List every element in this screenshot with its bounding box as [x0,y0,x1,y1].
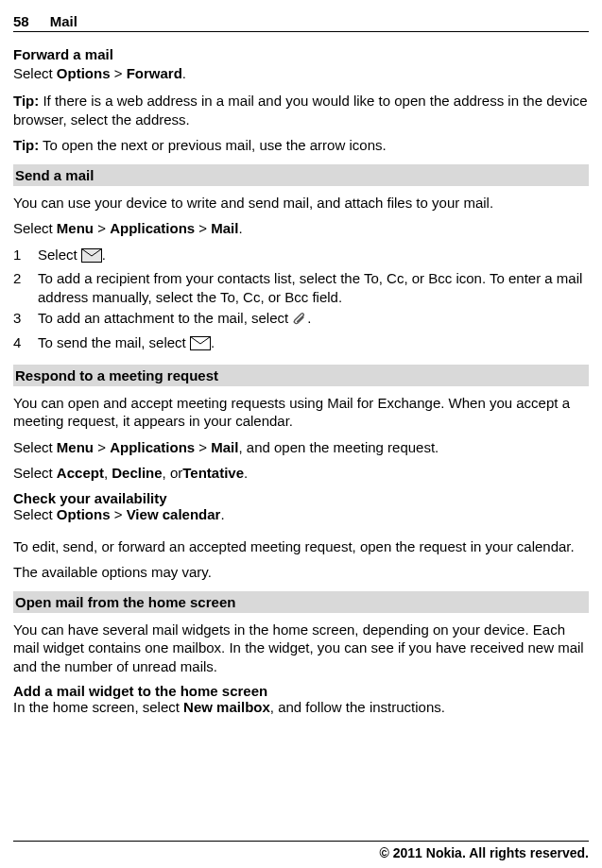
paperclip-icon [292,312,307,331]
mail-label: Mail [211,439,238,455]
text: Select [13,65,57,81]
tip-label: Tip: [13,93,39,109]
options-label: Options [57,65,111,81]
tip-text: If there is a web address in a mail and … [13,93,588,128]
separator: > [111,506,127,522]
decline-label: Decline [112,465,162,481]
respond-select-path: Select Menu > Applications > Mail, and o… [13,438,589,457]
separator: > [94,220,110,236]
respond-vary: The available options may vary. [13,563,589,582]
send-intro: You can use your device to write and sen… [13,194,589,213]
dot: . [238,220,242,236]
add-widget-heading: Add a mail widget to the home screen [13,683,589,699]
tip-label: Tip: [13,137,39,153]
accept-label: Accept [57,465,104,481]
header-title: Mail [50,13,77,29]
tip-arrow-icons: Tip: To open the next or previous mail, … [13,136,589,155]
view-calendar-label: View calendar [127,506,221,522]
text: Select [13,506,57,522]
respond-edit-para: To edit, send, or forward an accepted me… [13,537,589,556]
text: , and follow the instructions. [270,699,445,715]
check-availability: Check your availability Select Options >… [13,490,589,522]
step-row: 3 To add an attachment to the mail, sele… [13,309,589,331]
mail-label: Mail [211,220,238,236]
text: . [307,310,311,326]
text: , and open the meeting request. [238,439,439,455]
text: To send the mail, select [38,334,190,350]
options-label: Options [57,506,111,522]
add-widget: Add a mail widget to the home screen In … [13,683,589,715]
step-row: 2 To add a recipient from your contacts … [13,269,589,308]
page-number: 58 [13,13,29,29]
step-number: 2 [13,269,38,308]
menu-label: Menu [57,439,94,455]
send-envelope-icon [190,336,211,355]
send-steps: 1 Select . 2 To add a recipient from you… [13,246,589,355]
forward-section: Forward a mail Select Options > Forward. [13,45,589,82]
step-number: 1 [13,246,38,267]
separator: > [195,439,211,455]
respond-intro: You can open and accept meeting requests… [13,394,589,431]
send-select-path: Select Menu > Applications > Mail. [13,219,589,238]
separator: > [195,220,211,236]
step-number: 3 [13,309,38,331]
step-text: To add an attachment to the mail, select… [38,309,589,331]
forward-heading: Forward a mail [13,45,589,64]
text: , or [163,465,183,481]
text: Select [13,465,57,481]
text: In the home screen, select [13,699,183,715]
step-number: 4 [13,333,38,355]
applications-label: Applications [110,220,195,236]
step-row: 4 To send the mail, select . [13,333,589,355]
text: , [104,465,112,481]
tentative-label: Tentative [182,465,244,481]
home-intro: You can have several mail widgets in the… [13,621,589,676]
dot: . [244,465,248,481]
respond-select-action: Select Accept, Decline, orTentative. [13,464,589,483]
home-bar: Open mail from the home screen [13,591,589,613]
step-text: To send the mail, select . [38,333,589,355]
footer-copyright: © 2011 Nokia. All rights reserved. [13,841,589,860]
forward-instruction: Select Options > Forward. [13,64,589,83]
add-widget-instruction: In the home screen, select New mailbox, … [13,699,589,715]
text: . [211,334,215,350]
page: 58 Mail Forward a mail Select Options > … [0,0,602,868]
send-mail-bar: Send a mail [13,164,589,186]
forward-label: Forward [127,65,182,81]
applications-label: Applications [110,439,195,455]
step-text: To add a recipient from your contacts li… [38,269,589,308]
text: Select [13,220,57,236]
tip-text: To open the next or previous mail, use t… [39,137,386,153]
separator: > [111,65,127,81]
step-row: 1 Select . [13,246,589,267]
text: Select [38,247,81,263]
new-mailbox-label: New mailbox [183,699,270,715]
envelope-icon [81,248,102,267]
check-heading: Check your availability [13,490,589,506]
dot: . [182,65,186,81]
text: To add an attachment to the mail, select [38,310,292,326]
step-text: Select . [38,246,589,267]
check-instruction: Select Options > View calendar. [13,506,589,522]
page-header: 58 Mail [13,13,589,32]
text: Select [13,439,57,455]
menu-label: Menu [57,220,94,236]
dot: . [220,506,224,522]
text: . [102,247,106,263]
separator: > [94,439,110,455]
respond-bar: Respond to a meeting request [13,365,589,386]
tip-web-address: Tip: If there is a web address in a mail… [13,92,589,128]
